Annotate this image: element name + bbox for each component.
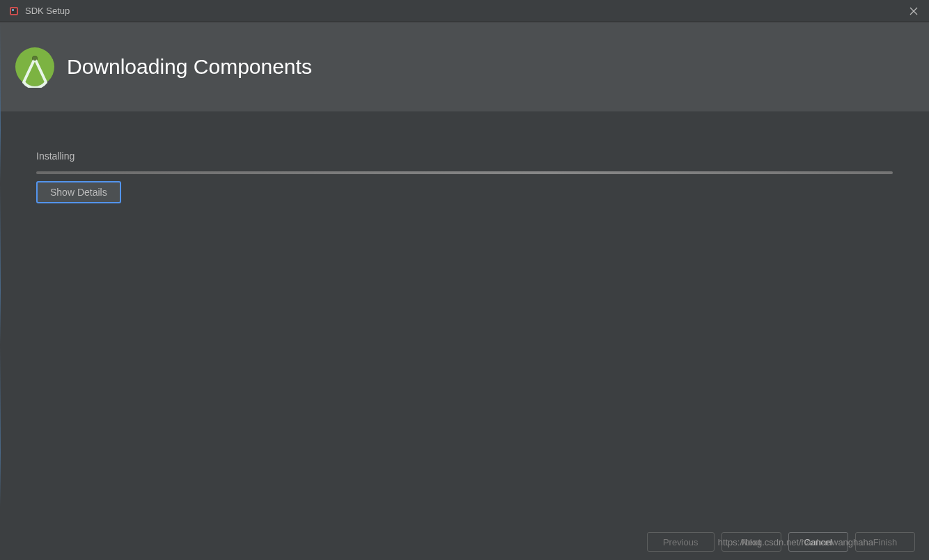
dialog-footer: Previous Next Cancel Finish bbox=[647, 532, 915, 552]
app-icon bbox=[8, 6, 19, 17]
finish-button[interactable]: Finish bbox=[855, 532, 915, 552]
show-details-button[interactable]: Show Details bbox=[36, 181, 121, 203]
close-button[interactable] bbox=[898, 0, 929, 22]
status-text: Installing bbox=[36, 150, 893, 162]
next-button[interactable]: Next bbox=[721, 532, 781, 552]
previous-button[interactable]: Previous bbox=[647, 532, 715, 552]
progress-bar bbox=[36, 171, 893, 174]
cancel-button[interactable]: Cancel bbox=[788, 532, 848, 552]
dialog-header: Downloading Components bbox=[0, 22, 929, 111]
page-title: Downloading Components bbox=[67, 55, 312, 79]
close-icon bbox=[910, 7, 918, 15]
left-border-decoration bbox=[0, 22, 1, 560]
progress-fill bbox=[36, 171, 893, 174]
android-studio-icon bbox=[14, 46, 56, 88]
window-title: SDK Setup bbox=[25, 6, 898, 16]
svg-rect-2 bbox=[12, 9, 14, 11]
content-area: Installing Show Details bbox=[0, 111, 929, 217]
svg-point-7 bbox=[33, 56, 37, 61]
titlebar: SDK Setup bbox=[0, 0, 929, 22]
svg-point-5 bbox=[15, 47, 54, 86]
